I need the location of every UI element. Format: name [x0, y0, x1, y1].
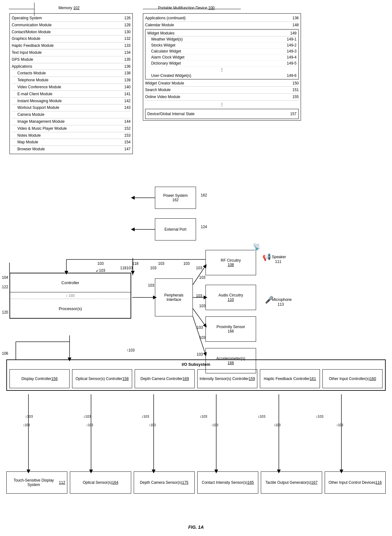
- antenna-icon: 📡: [253, 243, 261, 251]
- arr-103-2: ↕103: [86, 423, 93, 427]
- memory-row-haptic: Haptic Feedback Module 133: [12, 42, 131, 49]
- widget-calculator: Calculator Widget 149-3: [147, 48, 297, 54]
- widget-alarm: Alarm Clock Widget 149-4: [147, 54, 297, 60]
- bus-103-a: ↙103: [96, 268, 105, 273]
- bus-103-d: 103: [196, 266, 202, 270]
- arr-103-6: ↕103: [336, 423, 343, 427]
- bus-103-c: 103: [150, 266, 156, 270]
- memory-row-browser: Browser Module 147: [12, 146, 131, 153]
- ref-118-label: 118: [132, 261, 138, 266]
- memory-row-apps-header: Applications 136: [12, 63, 131, 70]
- pmd-dots: ⋮: [145, 101, 299, 108]
- ref-104: 104: [2, 275, 8, 280]
- memory-row-text: Text Input Module 134: [12, 49, 131, 56]
- sensor-row: Touch-Sensitive Display System 112 Optic…: [6, 471, 386, 494]
- audio-circuitry-box: Audio Circuitry 110: [205, 285, 256, 310]
- widget-header: Widget Modules 149: [147, 30, 297, 36]
- arr-103-1: ↕103: [23, 423, 30, 427]
- other-input-devices-cell: Other Input Control Devices 116: [325, 471, 386, 494]
- speaker-label: Speaker: [272, 255, 286, 259]
- pmd-row-calendar: Calendar Module 148: [145, 22, 299, 29]
- diagram: Memory 102 Operating System 126 Communic…: [0, 0, 392, 536]
- touch-display-cell: Touch-Sensitive Display System 112: [6, 471, 67, 494]
- memory-row-map: Map Module 154: [12, 139, 131, 146]
- microphone-ref: 113: [278, 302, 284, 307]
- memory-label: Memory 102: [58, 6, 80, 10]
- other-controller-cell: Other Input Controller(s) 160: [322, 369, 383, 388]
- memory-row-im: Instant Messaging Module 142: [12, 98, 131, 105]
- pmd-row-apps-cont: Applications (continued) 136: [145, 15, 299, 22]
- io-grid: Display Controller 156 Optical Sensor(s)…: [9, 369, 383, 388]
- intensity-controller-cell: Intensity Sensor(s) Controller 159: [197, 369, 257, 388]
- ref-103-b: 103: [158, 261, 164, 266]
- ref-103-bus: 103: [97, 261, 104, 266]
- memory-row-videoconf: Video Conference Module 140: [12, 84, 131, 91]
- pmd-row-widget-creator: Widget Creator Module 150: [145, 80, 299, 87]
- ref-103-audio: 103: [196, 294, 202, 298]
- bus-103-ctrl: ↕ 103: [10, 292, 131, 299]
- microphone-icon: 🎤: [265, 296, 273, 304]
- bus-103-h: ↑103: [126, 348, 135, 352]
- rf-circuitry-box: RF Circuitry 108: [205, 250, 256, 275]
- tactile-output-cell: Tactile Output Generator(s) 167: [261, 471, 322, 494]
- pmd-box: Applications (continued) 136 Calendar Mo…: [143, 13, 301, 121]
- external-ref: 124: [201, 225, 207, 229]
- ref-103-accel: 103: [197, 352, 203, 357]
- optical-sensor-cell: Optical Sensor(s) 164: [70, 471, 131, 494]
- ref-103-c: 103: [183, 261, 190, 266]
- bus-103-g: 103: [199, 335, 205, 340]
- bus-103-e: 103: [199, 275, 205, 280]
- memory-row-videoplayer: Video & Music Player Module 152: [12, 125, 131, 132]
- speaker-icon: 📢: [262, 253, 271, 261]
- memory-row-comm: Communication Module 128: [12, 22, 131, 29]
- widget-subbox: Widget Modules 149 Weather Widget(s) 149…: [145, 29, 299, 79]
- widget-dictionary: Dictionary Widget 149-5: [147, 60, 297, 66]
- memory-row-os: Operating System 126: [12, 15, 131, 22]
- contact-intensity-cell: Contact Intensity Sensor(s) 165: [197, 471, 258, 494]
- widget-dots: ⋮: [147, 66, 297, 73]
- peripherals-interface-box: PeripheralsInterface: [155, 278, 193, 316]
- ref-103-ctrl: 103: [148, 283, 154, 288]
- microphone-label: Microphone: [272, 297, 292, 302]
- io-arrows-row: ↕103 ↕103 ↕103 ↕103 ↕103 ↕103: [25, 414, 323, 418]
- io-subsystem-box: I/O Subsystem Display Controller 156 Opt…: [6, 359, 386, 391]
- pmd-row-video: Online Video Module 155: [145, 94, 299, 101]
- memory-box: Operating System 126 Communication Modul…: [9, 13, 133, 154]
- haptic-controller-cell: Haptic Feedback Controller 161: [260, 369, 320, 388]
- pmd-row-search: Search Module 151: [145, 87, 299, 94]
- pmd-label: Portable Multifunction Device 100: [158, 6, 215, 10]
- memory-row-email: E-mail Client Module 141: [12, 91, 131, 98]
- widget-user-created: User-Created Widget(s) 149-6: [147, 73, 297, 78]
- device-global-state: Device/Global Internal State 157: [145, 109, 299, 119]
- ref-106: 106: [2, 351, 8, 356]
- memory-row-graphics: Graphics Module 132: [12, 35, 131, 42]
- bus-103-f: 103: [199, 304, 205, 308]
- ref-103-prox: 103: [197, 325, 203, 330]
- optical-controller-cell: Optical Sensor(s) Controller 158: [72, 369, 132, 388]
- bus-103-b: 103: [126, 266, 133, 270]
- power-system-box: Power System 162: [155, 187, 196, 209]
- widget-stocks: Stocks Widget 149-2: [147, 42, 297, 48]
- ref-122: 122: [2, 285, 8, 289]
- speaker-ref: 111: [275, 259, 281, 264]
- display-controller-cell: Display Controller 156: [9, 369, 70, 388]
- power-ref: 162: [201, 193, 207, 197]
- bus-118: 118: [120, 266, 126, 270]
- processor-label: Processor(s): [10, 299, 131, 318]
- depth-camera-controller-cell: Depth Camera Controller 169: [135, 369, 195, 388]
- svg-line-6: [193, 309, 205, 326]
- proximity-sensor-box: Proximity Sensor 166: [205, 316, 256, 342]
- arr-103-5: ↕103: [274, 423, 281, 427]
- external-port-box: External Port: [155, 218, 196, 240]
- ctrl-processor-box: Controller ↕ 103 Processor(s): [9, 273, 131, 319]
- widget-weather: Weather Widget(s) 149-1: [147, 36, 297, 42]
- memory-row-gps: GPS Module 135: [12, 56, 131, 63]
- memory-row-camera: Camera Module: [12, 111, 131, 118]
- arr-103-3: ↕103: [149, 423, 156, 427]
- ref-120: 120: [2, 310, 8, 315]
- io-title: I/O Subsystem: [9, 362, 383, 367]
- depth-camera-sensor-cell: Depth Camera Sensor(s) 175: [134, 471, 195, 494]
- figure-label: FIG. 1A: [188, 525, 204, 530]
- memory-row-notes: Notes Module 153: [12, 132, 131, 139]
- memory-row-telephone: Telephone Module 139: [12, 77, 131, 84]
